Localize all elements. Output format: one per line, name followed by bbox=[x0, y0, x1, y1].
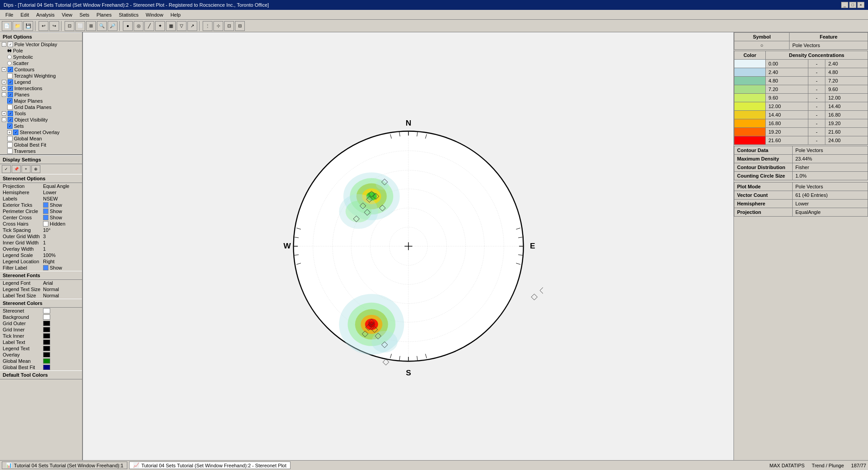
tick-inner-color-swatch[interactable] bbox=[43, 333, 50, 339]
close-button[interactable]: × bbox=[857, 2, 864, 8]
contours-item[interactable]: + Contours bbox=[0, 66, 82, 73]
expand-legend[interactable]: + bbox=[2, 80, 6, 84]
grid-data-planes-checkbox[interactable] bbox=[7, 104, 13, 110]
planes-checkbox[interactable] bbox=[8, 92, 13, 97]
menu-sets[interactable]: Sets bbox=[76, 11, 93, 18]
histogram-button[interactable]: ▦ bbox=[166, 21, 176, 31]
scatter-item[interactable]: Scatter bbox=[5, 60, 82, 66]
global-best-fit-checkbox[interactable] bbox=[7, 142, 13, 148]
open-button[interactable]: 📁 bbox=[13, 21, 22, 31]
minimize-button[interactable]: _ bbox=[841, 2, 848, 8]
expand-intersections[interactable]: + bbox=[2, 86, 6, 91]
sets-item[interactable]: Sets bbox=[5, 123, 82, 129]
legend-checkbox[interactable] bbox=[8, 79, 13, 85]
status-tab-1[interactable]: 📊 Tutorial 04 Sets Tutorial (Set Window … bbox=[2, 461, 127, 469]
contours-checkbox[interactable] bbox=[8, 67, 13, 72]
label-text-color-swatch[interactable] bbox=[43, 339, 50, 345]
zoom-in-button[interactable]: 🔍 bbox=[97, 21, 107, 31]
zoom-out-button[interactable]: 🔎 bbox=[108, 21, 117, 31]
global-best-fit-item[interactable]: Global Best Fit bbox=[5, 142, 82, 148]
menu-analysis[interactable]: Analysis bbox=[33, 11, 58, 18]
object-visibility-checkbox[interactable] bbox=[8, 117, 13, 122]
stereonet-color-swatch[interactable] bbox=[43, 308, 50, 313]
traverses-checkbox[interactable] bbox=[7, 148, 13, 154]
menu-window[interactable]: Window bbox=[142, 11, 167, 18]
expand-pole-vector[interactable]: - bbox=[2, 42, 6, 47]
grid-inner-color-swatch[interactable] bbox=[43, 327, 50, 332]
redo-button[interactable]: ↪ bbox=[49, 21, 59, 31]
pole-vector-display-item[interactable]: - Pole Vector Display bbox=[0, 41, 82, 48]
menu-view[interactable]: View bbox=[58, 11, 76, 18]
terzaghi-checkbox[interactable] bbox=[7, 73, 13, 78]
intersections-checkbox[interactable] bbox=[8, 86, 13, 91]
symbolic-radio[interactable] bbox=[7, 55, 12, 59]
major-planes-checkbox[interactable] bbox=[7, 98, 13, 104]
expand-planes[interactable]: - bbox=[2, 92, 6, 97]
overlay-color-swatch[interactable] bbox=[43, 352, 50, 357]
filter-label-checkbox[interactable] bbox=[43, 265, 48, 270]
pole-radio[interactable] bbox=[7, 48, 12, 53]
planes-item[interactable]: - Planes bbox=[0, 91, 82, 98]
perimeter-circle-checkbox[interactable] bbox=[43, 209, 48, 214]
planes-button[interactable]: ╱ bbox=[144, 21, 154, 31]
rosette-button[interactable]: ✦ bbox=[155, 21, 165, 31]
menu-file[interactable]: File bbox=[2, 11, 17, 18]
center-cross-checkbox[interactable] bbox=[43, 215, 48, 220]
undo-button[interactable]: ↩ bbox=[39, 21, 48, 31]
filter-button[interactable]: ▽ bbox=[177, 21, 187, 31]
scatter-radio[interactable] bbox=[7, 61, 12, 65]
tools-checkbox[interactable] bbox=[8, 111, 13, 116]
maximize-button[interactable]: □ bbox=[849, 2, 856, 8]
ds-check-btn[interactable]: ✓ bbox=[2, 165, 11, 173]
zoom-window-button[interactable]: ⬜ bbox=[75, 21, 85, 31]
select-button[interactable]: ⊡ bbox=[65, 21, 74, 31]
ds-copy-btn[interactable]: ⊕ bbox=[31, 165, 40, 173]
ds-new-btn[interactable]: + bbox=[22, 165, 30, 173]
zoom-fit-button[interactable]: ⊞ bbox=[86, 21, 96, 31]
menu-planes[interactable]: Planes bbox=[93, 11, 115, 18]
cross-hairs-checkbox[interactable] bbox=[43, 221, 48, 226]
sets-checkbox[interactable] bbox=[7, 123, 13, 129]
plot-button[interactable]: ● bbox=[123, 21, 133, 31]
ds-pin-btn[interactable]: 📌 bbox=[12, 165, 21, 173]
background-color-swatch[interactable] bbox=[43, 314, 50, 320]
global-mean-item[interactable]: Global Mean bbox=[5, 135, 82, 142]
tool4-button[interactable]: ⊟ bbox=[235, 21, 245, 31]
tools-item[interactable]: + Tools bbox=[0, 110, 82, 117]
symbolic-item[interactable]: Symbolic bbox=[5, 54, 82, 60]
expand-tools[interactable]: + bbox=[2, 111, 6, 116]
pole-vector-checkbox[interactable] bbox=[8, 42, 13, 47]
menu-help[interactable]: Help bbox=[167, 11, 184, 18]
exterior-ticks-checkbox[interactable] bbox=[43, 202, 48, 208]
global-mean-color-swatch[interactable] bbox=[43, 358, 50, 364]
legend-item[interactable]: + Legend bbox=[0, 79, 82, 85]
grid-data-planes-item[interactable]: Grid Data Planes bbox=[5, 104, 82, 110]
tool2-button[interactable]: ⊹ bbox=[213, 21, 223, 31]
legend-text-color-swatch[interactable] bbox=[43, 346, 50, 351]
global-mean-checkbox[interactable] bbox=[7, 136, 13, 141]
traverses-item[interactable]: Traverses bbox=[5, 148, 82, 154]
status-tab-2[interactable]: 📈 Tutorial 04 Sets Tutorial (Set Window … bbox=[129, 461, 291, 469]
pole-item[interactable]: Pole bbox=[5, 48, 82, 54]
global-best-fit-color-swatch[interactable] bbox=[43, 365, 50, 370]
menu-statistics[interactable]: Statistics bbox=[115, 11, 142, 18]
tool3-button[interactable]: ⊡ bbox=[224, 21, 234, 31]
stereonet-overlay-item[interactable]: + Stereonet Overlay bbox=[5, 129, 82, 135]
tool1-button[interactable]: ⋮ bbox=[203, 21, 213, 31]
expand-contours[interactable]: + bbox=[2, 67, 6, 72]
contour-button[interactable]: ◎ bbox=[134, 21, 143, 31]
export-button[interactable]: ↗ bbox=[187, 21, 197, 31]
grid-outer-color-swatch[interactable] bbox=[43, 321, 50, 326]
save-button[interactable]: 💾 bbox=[23, 21, 33, 31]
density-color-cell bbox=[734, 102, 766, 111]
new-button[interactable]: 📄 bbox=[2, 21, 12, 31]
major-planes-item[interactable]: Major Planes bbox=[5, 98, 82, 104]
menu-edit[interactable]: Edit bbox=[17, 11, 33, 18]
expand-stereonet-overlay[interactable]: + bbox=[7, 130, 12, 135]
stereonet-overlay-checkbox[interactable] bbox=[13, 130, 18, 135]
intersections-item[interactable]: + Intersections bbox=[0, 85, 82, 91]
terzaghi-item[interactable]: Terzaghi Weighting bbox=[5, 73, 82, 79]
display-settings-toolbar: ✓ 📌 + ⊕ bbox=[0, 164, 82, 174]
expand-object-visibility[interactable]: - bbox=[2, 118, 6, 122]
object-visibility-item[interactable]: - Object Visibility bbox=[0, 117, 82, 123]
